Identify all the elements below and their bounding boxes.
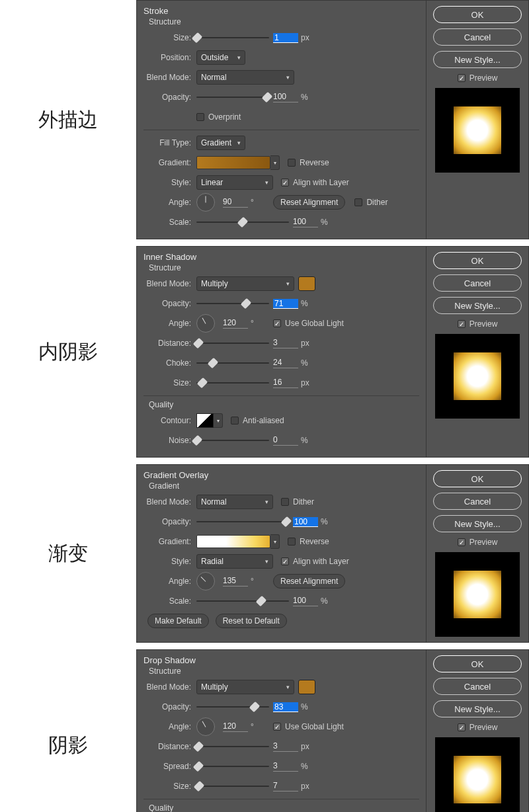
select-position[interactable]: Outside▾	[196, 50, 245, 65]
slider-inner-size[interactable]	[196, 376, 269, 389]
slider-inner-opacity[interactable]	[196, 297, 269, 310]
chevron-down-icon: ▾	[286, 684, 290, 690]
side-col-drop: OK Cancel New Style... ✓Preview fevte.co…	[427, 649, 529, 812]
contour-picker[interactable]: ▾	[196, 413, 223, 428]
select-style[interactable]: Linear▾	[196, 175, 273, 190]
slider-spread[interactable]	[196, 760, 269, 773]
input-angle[interactable]: 90	[223, 197, 248, 208]
ok-button[interactable]: OK	[433, 252, 522, 269]
checkbox-reverse[interactable]: Reverse	[288, 537, 329, 546]
checkbox-global-light[interactable]: ✓Use Global Light	[273, 722, 344, 731]
cancel-button[interactable]: Cancel	[433, 274, 522, 292]
checkbox-dither[interactable]: Dither	[281, 497, 314, 507]
slider-noise[interactable]	[196, 434, 269, 447]
input-stroke-size[interactable]: 1	[273, 33, 298, 43]
label-noise: Noise:	[137, 436, 196, 445]
label-gradient: Gradient:	[137, 158, 196, 167]
input-scale[interactable]: 100	[293, 596, 318, 606]
input-distance[interactable]: 3	[273, 741, 298, 752]
checkbox-overprint[interactable]: Overprint	[196, 112, 241, 122]
input-grad-opacity[interactable]: 100	[293, 517, 318, 527]
new-style-button[interactable]: New Style...	[433, 515, 522, 532]
unit-deg: °	[251, 577, 266, 586]
slider-grad-opacity[interactable]	[196, 515, 289, 528]
cancel-button[interactable]: Cancel	[433, 678, 522, 695]
subtitle-quality: Quality	[137, 803, 426, 812]
select-blend-mode[interactable]: Normal▾	[196, 495, 273, 509]
input-scale[interactable]: 100	[293, 217, 318, 227]
input-drop-opacity[interactable]: 83	[273, 702, 298, 712]
cancel-button[interactable]: Cancel	[433, 493, 522, 510]
select-blend-mode[interactable]: Multiply▾	[196, 680, 294, 694]
ok-button[interactable]: OK	[433, 655, 522, 672]
new-style-button[interactable]: New Style...	[433, 297, 522, 314]
input-distance[interactable]: 3	[273, 338, 298, 348]
checkbox-preview[interactable]: ✓Preview	[458, 319, 498, 329]
label-style: Style:	[137, 178, 196, 187]
ok-button[interactable]: OK	[433, 6, 522, 23]
slider-distance[interactable]	[196, 337, 269, 350]
checkbox-align-layer[interactable]: ✓Align with Layer	[281, 557, 349, 566]
input-choke[interactable]: 24	[273, 358, 298, 368]
input-angle[interactable]: 120	[223, 318, 248, 329]
unit-px: px	[301, 339, 317, 348]
gradient-picker[interactable]: ▾	[196, 534, 280, 549]
preview-box	[435, 88, 520, 173]
label-spread: Spread:	[137, 762, 196, 771]
slider-stroke-size[interactable]	[196, 31, 269, 44]
unit-pct: %	[301, 93, 317, 102]
reset-default-button[interactable]: Reset to Default	[216, 614, 287, 628]
checkbox-dither[interactable]: Dither	[354, 198, 387, 207]
slider-grad-scale[interactable]	[196, 594, 289, 608]
angle-dial[interactable]	[196, 314, 215, 333]
angle-dial[interactable]	[196, 572, 215, 590]
input-inner-size[interactable]: 16	[273, 378, 298, 388]
color-picker[interactable]	[298, 276, 315, 291]
label-contour: Contour:	[137, 416, 196, 425]
input-stroke-opacity[interactable]: 100	[273, 92, 298, 102]
slider-drop-opacity[interactable]	[196, 700, 269, 713]
make-default-button[interactable]: Make Default	[147, 614, 209, 628]
checkbox-preview[interactable]: ✓Preview	[458, 723, 498, 732]
slider-drop-size[interactable]	[196, 780, 269, 793]
select-blend-mode[interactable]: Normal▾	[196, 70, 294, 85]
title-inner: Inner Shadow	[137, 252, 426, 263]
unit-deg: °	[251, 319, 266, 328]
checkbox-anti-aliased[interactable]: Anti-aliased	[231, 416, 284, 425]
reset-alignment-button[interactable]: Reset Alignment	[273, 574, 345, 589]
chevron-down-icon: ▾	[270, 155, 280, 170]
slider-stroke-scale[interactable]	[196, 216, 289, 229]
checkbox-global-light[interactable]: ✓Use Global Light	[273, 319, 344, 328]
panel-inner: Inner Shadow Structure Blend Mode: Multi…	[136, 246, 427, 458]
checkbox-preview[interactable]: ✓Preview	[458, 538, 498, 547]
input-spread[interactable]: 3	[273, 761, 298, 772]
select-fill-type[interactable]: Gradient▾	[196, 136, 245, 150]
slider-choke[interactable]	[196, 356, 269, 370]
checkbox-preview[interactable]: ✓Preview	[458, 73, 498, 83]
reset-alignment-button[interactable]: Reset Alignment	[273, 195, 345, 210]
new-style-button[interactable]: New Style...	[433, 700, 522, 717]
unit-pct: %	[321, 218, 337, 227]
ok-button[interactable]: OK	[433, 470, 522, 487]
label-angle: Angle:	[137, 577, 196, 586]
angle-dial[interactable]	[196, 717, 215, 736]
checkbox-reverse[interactable]: Reverse	[288, 158, 329, 167]
input-noise[interactable]: 0	[273, 435, 298, 446]
slider-distance[interactable]	[196, 740, 269, 753]
chevron-down-icon: ▾	[214, 413, 223, 428]
color-picker[interactable]	[298, 680, 315, 694]
input-angle[interactable]: 135	[223, 576, 248, 587]
new-style-button[interactable]: New Style...	[433, 51, 522, 68]
angle-dial[interactable]	[196, 193, 215, 212]
select-blend-mode[interactable]: Multiply▾	[196, 276, 294, 291]
slider-stroke-opacity[interactable]	[196, 91, 269, 104]
select-style[interactable]: Radial▾	[196, 554, 273, 569]
input-drop-size[interactable]: 7	[273, 781, 298, 792]
label-distance: Distance:	[137, 742, 196, 751]
input-inner-opacity[interactable]: 71	[273, 299, 298, 309]
input-angle[interactable]: 120	[223, 721, 248, 732]
checkbox-align-layer[interactable]: ✓Align with Layer	[281, 178, 349, 187]
cancel-button[interactable]: Cancel	[433, 28, 522, 46]
label-angle: Angle:	[137, 722, 196, 731]
gradient-picker[interactable]: ▾	[196, 155, 280, 170]
